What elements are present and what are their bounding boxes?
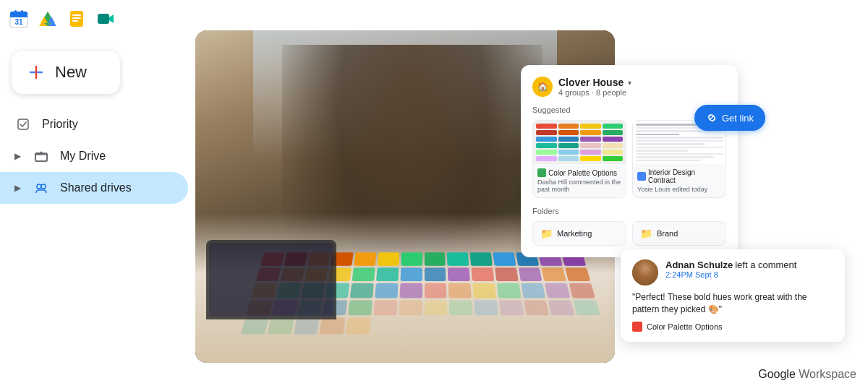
svg-rect-13 [72, 17, 81, 19]
svg-rect-12 [72, 14, 81, 16]
contract-line-11 [636, 156, 714, 158]
sheets-icon [537, 168, 546, 177]
svg-marker-16 [109, 14, 114, 23]
folders-row: 📁 Marketing 📁 Brand [532, 221, 726, 246]
drive-avatar: 🏠 [532, 77, 553, 97]
color-swatches-preview [533, 121, 626, 164]
priority-label: Priority [42, 118, 78, 131]
comment-file-icon [632, 322, 642, 332]
file-name-palette: Color Palette Options [537, 168, 621, 177]
commenter-avatar [632, 259, 658, 285]
sidebar: New Priority ▶ My Drive ▶ [0, 43, 195, 211]
svg-rect-19 [18, 119, 28, 129]
meet-app-icon[interactable] [94, 7, 117, 30]
file-cards-row: Color Palette Options Dasha Hill comment… [532, 120, 726, 198]
new-button[interactable]: New [12, 51, 120, 94]
svg-rect-5 [21, 10, 23, 14]
workspace-text: Workspace [799, 368, 856, 380]
calendar-app-icon[interactable]: 31 [7, 7, 30, 30]
file-info-contract: Interior Design Contract Yosie Louis edi… [633, 164, 726, 197]
contract-line-9 [636, 150, 688, 152]
file-preview-palette [533, 121, 626, 164]
contract-line-7 [636, 143, 705, 145]
drive-dropdown-arrow[interactable]: ▾ [628, 79, 631, 87]
link-icon [706, 112, 718, 124]
top-bar: 31 [7, 7, 117, 30]
my-drive-icon [33, 147, 50, 165]
svg-point-22 [41, 152, 43, 154]
comment-file-name: Color Palette Options [647, 322, 723, 331]
comment-time: 2:24PM Sept 8 [665, 270, 833, 279]
my-drive-label: My Drive [60, 150, 106, 163]
priority-icon [14, 116, 32, 133]
file-meta-palette: Dasha Hill commented in the past month [537, 179, 621, 193]
folder-marketing[interactable]: 📁 Marketing [532, 221, 626, 246]
my-drive-chevron: ▶ [14, 151, 21, 161]
drive-title: Clover House [558, 77, 624, 88]
folder-brand[interactable]: 📁 Brand [632, 221, 726, 246]
drive-app-icon[interactable] [36, 7, 59, 30]
svg-point-24 [41, 184, 46, 189]
svg-point-23 [37, 184, 41, 189]
svg-rect-15 [98, 14, 109, 24]
file-card-contract[interactable]: Interior Design Contract Yosie Louis edi… [632, 120, 726, 198]
comment-action: left a comment [735, 259, 796, 270]
file-info-palette: Color Palette Options Dasha Hill comment… [533, 164, 626, 197]
contract-line-12 [636, 160, 701, 162]
workspace-logo: Google Workspace [758, 368, 856, 381]
comment-header: Adnan Schulze left a comment 2:24PM Sept… [632, 259, 833, 285]
workspace-logo-text: Google Workspace [758, 368, 856, 380]
folder-name-marketing: Marketing [557, 229, 592, 238]
shared-drive-card: 🏠 Clover House ▾ 4 groups · 8 people Sug… [521, 65, 738, 257]
commenter-name: Adnan Schulze [665, 259, 733, 270]
svg-rect-2 [10, 16, 27, 17]
comment-header-text: Adnan Schulze left a comment [665, 259, 833, 270]
contract-line-4 [636, 134, 679, 136]
laptop [206, 240, 336, 319]
file-name-contract: Interior Design Contract [637, 168, 721, 184]
folder-name-brand: Brand [657, 229, 678, 238]
comment-text: "Perfect! These bold hues work great wit… [632, 291, 833, 316]
drive-subtitle: 4 groups · 8 people [558, 88, 631, 97]
get-link-button[interactable]: Get link [694, 105, 765, 131]
sidebar-item-my-drive[interactable]: ▶ My Drive [0, 140, 188, 172]
new-button-label: New [55, 63, 87, 82]
folders-label: Folders [532, 207, 726, 215]
contract-line-6 [636, 140, 723, 142]
comment-card: Adnan Schulze left a comment 2:24PM Sept… [621, 249, 845, 342]
svg-rect-14 [72, 20, 78, 22]
shared-drives-chevron: ▶ [14, 183, 21, 193]
file-meta-contract: Yosie Louis edited today [637, 186, 721, 193]
commenter-info: Adnan Schulze left a comment 2:24PM Sept… [665, 259, 833, 279]
sidebar-item-shared-drives[interactable]: ▶ Shared drives [0, 172, 188, 204]
card-header: 🏠 Clover House ▾ 4 groups · 8 people [532, 77, 726, 97]
sidebar-item-priority[interactable]: Priority [0, 108, 188, 140]
get-link-label: Get link [722, 113, 754, 124]
keep-app-icon[interactable] [65, 7, 88, 30]
docs-icon [637, 172, 646, 181]
shared-drives-label: Shared drives [60, 181, 132, 194]
file-card-palette[interactable]: Color Palette Options Dasha Hill comment… [532, 120, 626, 198]
shared-drives-icon [33, 179, 50, 197]
folder-icon-marketing: 📁 [540, 228, 553, 239]
contract-line-1 [636, 124, 697, 126]
contract-line-5 [636, 137, 723, 139]
folder-icon-brand: 📁 [640, 228, 652, 239]
svg-rect-4 [14, 10, 17, 14]
drive-info: Clover House ▾ 4 groups · 8 people [558, 77, 631, 97]
comment-file-link[interactable]: Color Palette Options [632, 322, 833, 332]
contract-line-8 [636, 147, 723, 149]
google-text: Google [758, 368, 796, 380]
contract-line-10 [636, 153, 723, 155]
svg-text:31: 31 [14, 18, 23, 26]
plus-icon [26, 62, 46, 82]
